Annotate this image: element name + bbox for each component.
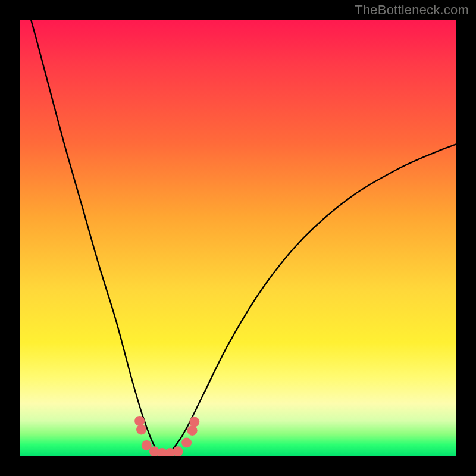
curve-left-branch bbox=[23, 20, 164, 456]
plot-area bbox=[20, 20, 456, 456]
watermark-text: TheBottleneck.com bbox=[355, 2, 469, 18]
chart-markers bbox=[134, 416, 199, 456]
chart-frame: TheBottleneck.com bbox=[0, 0, 476, 476]
chart-svg bbox=[20, 20, 456, 456]
data-marker bbox=[187, 425, 198, 436]
data-marker bbox=[181, 438, 192, 448]
curve-right-branch bbox=[164, 145, 456, 456]
data-marker bbox=[136, 425, 146, 435]
data-marker bbox=[134, 416, 145, 426]
data-marker bbox=[189, 416, 199, 427]
